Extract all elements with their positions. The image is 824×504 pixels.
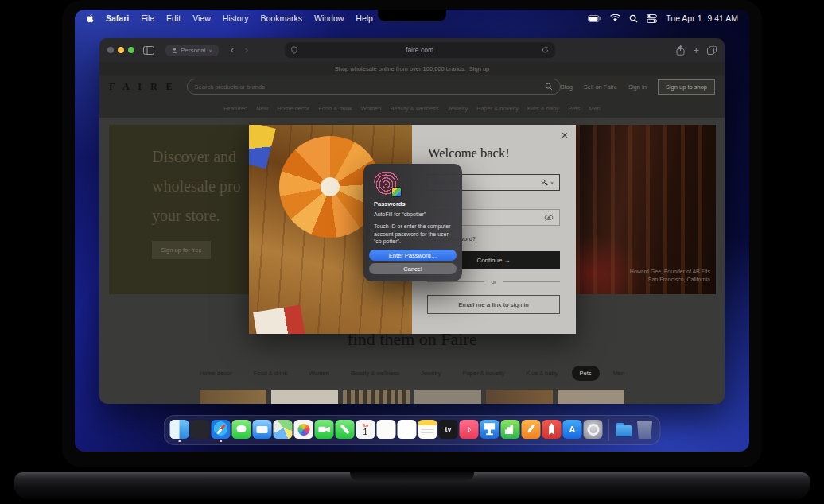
dock-icon-mail[interactable]: [253, 419, 272, 441]
site-header: F A I R E Search products or brands Blog…: [99, 75, 725, 99]
back-icon[interactable]: ‹: [225, 45, 239, 56]
dialog-title: Passwords: [374, 200, 406, 207]
decor-cards: [253, 305, 305, 334]
nav-jewelry[interactable]: Jewelry: [448, 105, 468, 112]
dock-icon-pages[interactable]: [522, 419, 541, 441]
enter-password-button[interactable]: Enter Password…: [369, 250, 457, 261]
wifi-icon[interactable]: [610, 14, 620, 22]
dialog-subtitle: AutoFill for “cbpotter”: [374, 211, 426, 217]
faire-logo[interactable]: F A I R E: [109, 81, 176, 93]
search-icon[interactable]: [545, 83, 553, 91]
apple-menu-icon[interactable]: [86, 14, 95, 23]
dock-icon-system-settings[interactable]: [584, 419, 603, 441]
nav-women[interactable]: Women: [361, 105, 382, 112]
pill-jewelry[interactable]: Jewelry: [413, 366, 449, 381]
header-link-blog[interactable]: Blog: [561, 83, 573, 91]
lid-opening-notch: [350, 472, 474, 481]
dock-icon-photos[interactable]: [294, 419, 313, 441]
minimize-window-button[interactable]: [118, 47, 124, 53]
menu-item-view[interactable]: View: [192, 14, 211, 23]
dock-icon-music[interactable]: ♪: [460, 419, 479, 441]
email-link-button[interactable]: Email me a link to sign in: [427, 295, 560, 314]
nav-featured[interactable]: Featured: [223, 105, 247, 112]
battery-icon[interactable]: [588, 15, 601, 22]
dock-icon-maps[interactable]: [274, 419, 293, 441]
passwords-key-icon[interactable]: ∨: [541, 179, 554, 187]
category-pills: Home decor Food & drink Women Beauty & w…: [99, 366, 725, 381]
chevron-down-icon: ∨: [209, 48, 212, 53]
search-input[interactable]: Search products or brands: [187, 79, 561, 95]
forward-icon[interactable]: ›: [239, 45, 254, 56]
dock-icon-messages[interactable]: [232, 419, 251, 441]
dock-icon-numbers[interactable]: [501, 419, 520, 441]
pill-food-drink[interactable]: Food & drink: [246, 366, 296, 381]
zoom-window-button[interactable]: [128, 47, 134, 53]
banner-signup-link[interactable]: Sign up: [469, 65, 489, 72]
dock-icon-calendar[interactable]: Tue 1: [356, 419, 375, 441]
pill-pets-selected[interactable]: Pets: [572, 366, 600, 381]
dock-icon-phone[interactable]: [336, 419, 355, 441]
dock-icon-rocket[interactable]: [542, 419, 562, 441]
address-bar[interactable]: faire.com: [285, 42, 555, 58]
safari-toolbar: Personal ∨ ‹ › faire.com: [99, 38, 725, 62]
dock-icon-keynote[interactable]: [480, 419, 499, 441]
nav-beauty-wellness[interactable]: Beauty & wellness: [390, 105, 438, 112]
dock-icon-contacts[interactable]: [377, 419, 396, 441]
dock-icon-tv[interactable]: tv: [439, 419, 458, 441]
dock-icon-app-store[interactable]: A: [563, 419, 582, 441]
nav-pets[interactable]: Pets: [568, 105, 580, 112]
dock-icon-notes[interactable]: [418, 419, 437, 441]
menu-item-file[interactable]: File: [141, 14, 154, 23]
nav-men[interactable]: Men: [589, 105, 601, 112]
pill-kids-baby[interactable]: Kids & baby: [519, 366, 566, 381]
hero-text-panel: Discover and wholesale pro your store. S…: [109, 125, 249, 294]
control-center-icon[interactable]: [647, 14, 657, 23]
dock-icon-trash[interactable]: [635, 419, 655, 441]
dock-icon-facetime[interactable]: [315, 419, 334, 441]
show-password-icon[interactable]: [544, 214, 554, 221]
menu-item-history[interactable]: History: [223, 14, 249, 23]
cancel-button[interactable]: Cancel: [369, 263, 457, 274]
privacy-shield-icon[interactable]: [291, 46, 297, 54]
menu-item-help[interactable]: Help: [356, 14, 373, 23]
sign-up-for-free-button[interactable]: Sign up for free: [152, 241, 211, 259]
pill-men[interactable]: Men: [605, 366, 633, 381]
close-icon[interactable]: ×: [562, 130, 568, 141]
header-link-sell-on-faire[interactable]: Sell on Faire: [584, 83, 617, 91]
product-thumbnails: [99, 390, 725, 404]
menu-item-bookmarks[interactable]: Bookmarks: [260, 14, 302, 23]
close-window-button[interactable]: [107, 47, 114, 53]
hero-caption: Howard Gee, Founder of AB Fits San Franc…: [630, 268, 710, 283]
pill-beauty-wellness[interactable]: Beauty & wellness: [343, 366, 407, 381]
hero-photo: Howard Gee, Founder of AB Fits San Franc…: [576, 125, 716, 294]
dock-icon-launchpad[interactable]: [191, 419, 210, 441]
nav-home-decor[interactable]: Home decor: [277, 105, 309, 112]
reload-icon[interactable]: [542, 46, 549, 54]
menu-item-edit[interactable]: Edit: [166, 14, 181, 23]
pill-women[interactable]: Women: [301, 366, 337, 381]
touch-id-dialog: Passwords AutoFill for “cbpotter” Touch …: [363, 164, 462, 281]
dock-icon-safari[interactable]: [212, 419, 231, 441]
menu-item-safari[interactable]: Safari: [106, 14, 129, 23]
menu-item-window[interactable]: Window: [314, 14, 344, 23]
share-icon[interactable]: [676, 45, 685, 56]
menu-bar-clock[interactable]: Tue Apr 1 9:41 AM: [666, 14, 738, 23]
nav-kids-baby[interactable]: Kids & baby: [527, 105, 559, 112]
sign-up-to-shop-button[interactable]: Sign up to shop: [658, 79, 715, 95]
nav-paper-novelty[interactable]: Paper & novelty: [476, 105, 519, 112]
dock-icon-finder[interactable]: [170, 419, 189, 441]
nav-food-drink[interactable]: Food & drink: [318, 105, 352, 112]
header-link-sign-in[interactable]: Sign in: [628, 83, 647, 91]
nav-new[interactable]: New: [256, 105, 268, 112]
pill-paper-novelty[interactable]: Paper & novelty: [455, 366, 513, 381]
dock-icon-downloads[interactable]: [615, 419, 634, 441]
new-tab-icon[interactable]: +: [693, 45, 699, 56]
pill-home-decor[interactable]: Home decor: [192, 366, 240, 381]
dock-icon-reminders[interactable]: [398, 419, 417, 441]
camera-notch: [378, 10, 446, 21]
tab-overview-icon[interactable]: [707, 46, 717, 55]
search-icon[interactable]: [629, 14, 638, 23]
profile-switcher[interactable]: Personal ∨: [165, 45, 219, 56]
sidebar-icon[interactable]: [143, 46, 154, 55]
macbook-screenshot: Safari File Edit View History Bookmarks …: [0, 0, 824, 504]
